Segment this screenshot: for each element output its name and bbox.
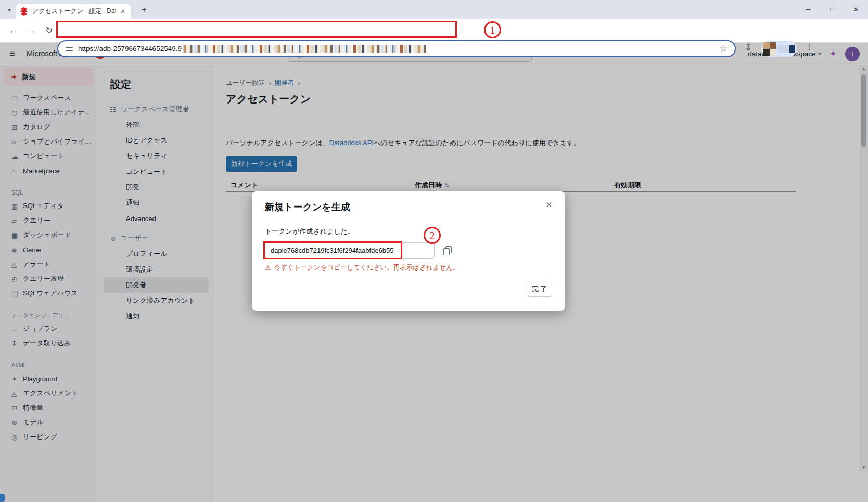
- reload-icon[interactable]: ↻: [42, 23, 56, 38]
- window-controls: ─ □ ×: [796, 0, 868, 19]
- copy-icon: [443, 246, 451, 254]
- browser-tabstrip: ▾ アクセストークン - 設定 - Databrick × + ─ □ ×: [0, 0, 868, 19]
- modal-message: トークンが作成されました。: [265, 227, 354, 236]
- done-button[interactable]: 完了: [527, 282, 552, 297]
- token-warning: ⚠ 今すぐトークンをコピーしてください。再表示はされません。: [265, 263, 459, 272]
- forward-icon[interactable]: →: [24, 23, 39, 38]
- help-bubble-edge[interactable]: [0, 494, 5, 502]
- annotation-rect-token: [263, 241, 402, 259]
- site-info-icon[interactable]: [66, 45, 73, 53]
- new-tab-button[interactable]: +: [138, 4, 150, 16]
- annotation-circle-2: 2: [424, 227, 441, 244]
- window-close-button[interactable]: ×: [844, 0, 868, 19]
- browser-menu-icon[interactable]: ⋮: [804, 42, 814, 52]
- close-icon[interactable]: ×: [543, 199, 555, 211]
- copy-token-button[interactable]: [441, 244, 453, 257]
- redacted-url-segment: [183, 45, 426, 53]
- browser-tab[interactable]: アクセストークン - 設定 - Databrick ×: [16, 4, 131, 19]
- bookmark-star-icon[interactable]: ☆: [720, 43, 727, 54]
- download-icon[interactable]: ↧: [744, 42, 752, 53]
- window-maximize-button[interactable]: □: [820, 0, 844, 19]
- warning-icon: ⚠: [265, 264, 271, 272]
- modal-title: 新規トークンを生成: [265, 201, 350, 213]
- browser-profile-chip[interactable]: [761, 41, 797, 57]
- url-bar[interactable]: https://adb-2579667344652549.9 ☆: [57, 40, 736, 57]
- tab-search-chevron-icon[interactable]: ▾: [4, 5, 15, 15]
- redacted-profile-label: [778, 45, 795, 53]
- databricks-favicon: [20, 7, 28, 16]
- annotation-rect-url: [56, 21, 457, 38]
- redacted-profile-avatar: [763, 42, 776, 56]
- back-icon[interactable]: ←: [6, 23, 21, 38]
- tab-close-icon[interactable]: ×: [119, 8, 127, 15]
- url-text[interactable]: https://adb-2579667344652549.9: [78, 45, 182, 53]
- window-minimize-button[interactable]: ─: [796, 0, 820, 19]
- screen: ▾ アクセストークン - 設定 - Databrick × + ─ □ × ← …: [0, 0, 868, 502]
- tab-title: アクセストークン - 設定 - Databrick: [32, 7, 116, 16]
- annotation-circle-1: 1: [484, 21, 501, 38]
